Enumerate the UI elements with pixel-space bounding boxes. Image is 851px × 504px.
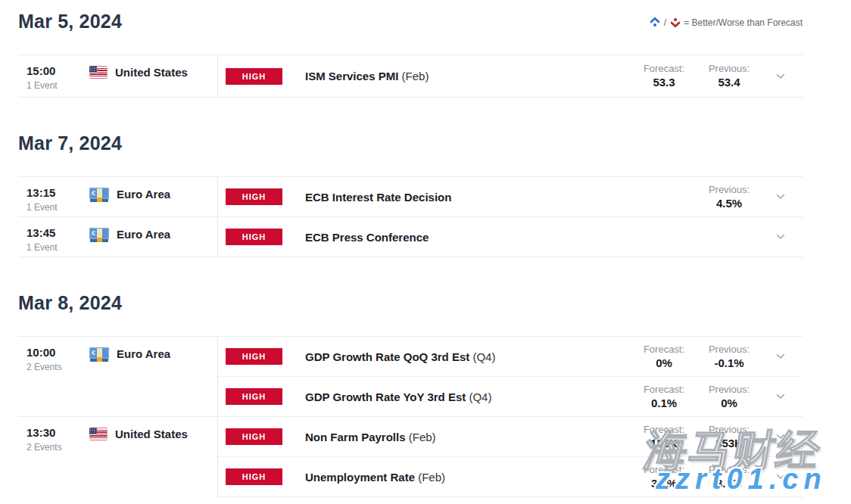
- importance-badge: HIGH: [226, 468, 282, 485]
- importance-badge: HIGH: [226, 188, 282, 205]
- importance-badge: HIGH: [226, 428, 282, 445]
- event-time: 15:00: [26, 64, 89, 77]
- forecast-value: 53.3: [634, 76, 694, 89]
- previous-value: -0.1%: [700, 356, 759, 370]
- importance-badge: HIGH: [226, 68, 282, 85]
- event-row[interactable]: HIGH ECB Interest Rate Decision Previous…: [218, 177, 803, 216]
- forecast-legend: / = Better/Worse than Forecast: [650, 11, 803, 28]
- events-list: HIGH ISM Services PMI (Feb) Forecast: 53…: [217, 55, 803, 97]
- event-title-wrap: GDP Growth Rate YoY 3rd Est (Q4): [305, 390, 491, 403]
- forecast-value: 0%: [634, 356, 694, 370]
- event-count: 2 Events: [26, 442, 89, 453]
- chevron-down-icon: [776, 194, 785, 200]
- forecast-col: Forecast: 0%: [634, 344, 694, 370]
- time-cell: 10:00 2 Events: [18, 337, 89, 416]
- forecast-col: Forecast: 53.3: [634, 63, 694, 89]
- expand-row-button[interactable]: [759, 234, 803, 240]
- time-cell: 13:45 1 Event: [18, 217, 89, 257]
- previous-value: 0%: [700, 397, 759, 410]
- country-cell: United States: [89, 55, 217, 97]
- event-title: ISM Services PMI: [305, 70, 398, 82]
- event-title: GDP Growth Rate YoY 3rd Est: [305, 390, 466, 403]
- forecast-label: Forecast:: [634, 344, 694, 355]
- event-title: ECB Press Conference: [305, 231, 429, 244]
- us-flag-icon: [89, 428, 108, 440]
- us-flag-icon: [89, 66, 108, 79]
- event-title-wrap: GDP Growth Rate QoQ 3rd Est (Q4): [305, 350, 495, 363]
- event-time: 13:15: [26, 186, 89, 199]
- previous-value: 4.5%: [700, 197, 759, 210]
- event-title-wrap: Unemployment Rate (Feb): [305, 471, 445, 484]
- euro-banknote-icon: €: [89, 187, 109, 202]
- country-name: Euro Area: [117, 227, 170, 242]
- event-title-wrap: ECB Interest Rate Decision: [305, 191, 451, 204]
- event-values: Previous: 4.5%: [628, 184, 803, 210]
- euro-banknote-icon: €: [89, 347, 109, 362]
- event-count: 1 Event: [26, 202, 89, 213]
- event-period: (Q4): [469, 390, 491, 403]
- legend-text: = Better/Worse than Forecast: [684, 17, 803, 28]
- previous-value: 53.4: [700, 76, 759, 89]
- chevron-down-icon: [776, 234, 785, 240]
- forecast-value: [634, 191, 694, 204]
- expand-row-button[interactable]: [759, 73, 803, 79]
- event-title-wrap: Non Farm Payrolls (Feb): [305, 431, 436, 443]
- worse-than-forecast-icon: [670, 17, 681, 28]
- forecast-label: Forecast:: [634, 384, 694, 395]
- event-time: 13:45: [26, 226, 89, 239]
- expand-row-button[interactable]: [759, 353, 803, 359]
- event-count: 1 Event: [26, 242, 89, 253]
- event-values: Forecast: 0% Previous: -0.1%: [628, 344, 803, 370]
- event-title: GDP Growth Rate QoQ 3rd Est: [305, 350, 469, 363]
- forecast-label: Forecast:: [634, 63, 694, 74]
- event-group: 15:00 1 Event United States HIGH ISM Ser…: [18, 54, 803, 98]
- event-count: 2 Events: [26, 362, 89, 372]
- event-group: 13:45 1 Event € Euro Area HIGH ECB Press…: [18, 216, 803, 257]
- country-name: Euro Area: [117, 187, 170, 202]
- date-heading-mar-7: Mar 7, 2024: [18, 132, 803, 154]
- time-cell: 15:00 1 Event: [18, 55, 89, 97]
- expand-row-button[interactable]: [759, 194, 803, 200]
- expand-row-button[interactable]: [759, 394, 803, 400]
- country-cell: € Euro Area: [89, 217, 217, 257]
- country-name: United States: [115, 65, 188, 80]
- events-list: HIGH GDP Growth Rate QoQ 3rd Est (Q4) Fo…: [217, 337, 803, 416]
- event-row[interactable]: HIGH ISM Services PMI (Feb) Forecast: 53…: [218, 55, 803, 97]
- importance-badge: HIGH: [226, 229, 282, 245]
- previous-col: Previous: -0.1%: [700, 344, 759, 370]
- previous-col: Previous: 53.4: [700, 63, 759, 89]
- event-row[interactable]: HIGH GDP Growth Rate QoQ 3rd Est (Q4) Fo…: [218, 337, 803, 376]
- time-cell: 13:15 1 Event: [18, 177, 89, 216]
- event-count: 1 Event: [26, 80, 89, 91]
- date-heading-mar-5: Mar 5, 2024: [18, 11, 122, 33]
- event-period: (Q4): [472, 350, 495, 363]
- country-cell: United States: [89, 417, 217, 497]
- event-values: Forecast: 0.1% Previous: 0%: [628, 384, 803, 410]
- event-values: [628, 229, 803, 244]
- event-title: ECB Interest Rate Decision: [305, 191, 451, 204]
- event-group: 13:15 1 Event € Euro Area HIGH ECB Inter…: [18, 176, 803, 216]
- event-title: Non Farm Payrolls: [305, 431, 406, 443]
- better-than-forecast-icon: [650, 17, 660, 28]
- events-list: HIGH ECB Interest Rate Decision Previous…: [217, 177, 803, 216]
- event-period: (Feb): [402, 70, 429, 82]
- event-title-wrap: ECB Press Conference: [305, 231, 429, 244]
- event-time: 10:00: [26, 346, 89, 359]
- event-title: Unemployment Rate: [305, 471, 415, 484]
- event-values: Forecast: 53.3 Previous: 53.4: [628, 63, 803, 89]
- country-name: United States: [115, 427, 188, 442]
- forecast-value: [634, 231, 694, 244]
- forecast-col: [634, 189, 694, 204]
- forecast-value: 0.1%: [634, 397, 694, 410]
- events-list: HIGH ECB Press Conference: [217, 217, 803, 257]
- forecast-col: [634, 229, 694, 244]
- event-row[interactable]: HIGH GDP Growth Rate YoY 3rd Est (Q4) Fo…: [218, 376, 803, 416]
- previous-label: Previous:: [700, 63, 759, 74]
- chevron-down-icon: [776, 394, 785, 400]
- event-period: (Feb): [418, 471, 445, 484]
- event-row[interactable]: HIGH ECB Press Conference: [218, 217, 803, 257]
- date-heading-mar-8: Mar 8, 2024: [18, 292, 803, 314]
- chevron-down-icon: [776, 353, 785, 359]
- previous-col: [700, 229, 759, 244]
- importance-badge: HIGH: [226, 348, 282, 365]
